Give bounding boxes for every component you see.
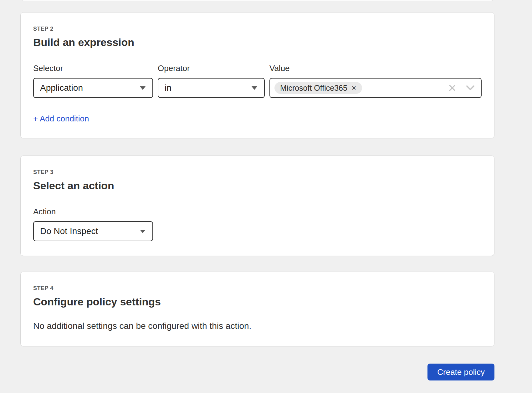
operator-field-group: Operator in: [158, 64, 265, 98]
step3-title: Select an action: [33, 179, 482, 192]
step4-title: Configure policy settings: [33, 295, 482, 309]
selector-dropdown[interactable]: Application: [33, 78, 153, 98]
value-tag: Microsoft Office365 ✕: [274, 82, 362, 94]
value-field-group: Value Microsoft Office365 ✕: [269, 64, 482, 98]
step4-label: STEP 4: [33, 285, 482, 292]
step2-card: STEP 2 Build an expression Selector Appl…: [20, 12, 494, 138]
operator-dropdown[interactable]: in: [158, 78, 265, 98]
action-dropdown[interactable]: Do Not Inspect: [33, 221, 153, 241]
action-field-group: Action Do Not Inspect: [33, 207, 153, 241]
action-fields-row: Action Do Not Inspect: [33, 207, 482, 241]
selector-field-group: Selector Application: [33, 64, 153, 98]
value-label: Value: [269, 64, 482, 73]
selector-label: Selector: [33, 64, 153, 73]
previous-card-bottom-edge: [20, 0, 494, 1]
expression-fields-row: Selector Application Operator in Value M…: [33, 64, 482, 98]
step3-card: STEP 3 Select an action Action Do Not In…: [20, 156, 494, 256]
step4-info-text: No additional settings can be configured…: [33, 320, 482, 332]
step2-label: STEP 2: [33, 25, 482, 32]
value-multiselect[interactable]: Microsoft Office365 ✕: [269, 78, 482, 98]
action-selected-value: Do Not Inspect: [40, 226, 98, 236]
policy-builder-content: STEP 2 Build an expression Selector Appl…: [20, 12, 494, 380]
chevron-down-icon: [140, 86, 146, 90]
operator-selected-value: in: [165, 83, 171, 93]
clear-all-icon[interactable]: [448, 84, 456, 92]
footer-actions: Create policy: [20, 364, 494, 380]
action-label: Action: [33, 207, 153, 216]
add-condition-link[interactable]: + Add condition: [33, 114, 89, 124]
step4-card: STEP 4 Configure policy settings No addi…: [20, 272, 494, 346]
step2-title: Build an expression: [33, 35, 482, 49]
chevron-down-icon[interactable]: [466, 85, 475, 91]
remove-tag-icon[interactable]: ✕: [351, 85, 356, 91]
create-policy-button[interactable]: Create policy: [427, 364, 494, 380]
chevron-down-icon: [140, 230, 146, 233]
selector-selected-value: Application: [40, 83, 83, 93]
value-tag-text: Microsoft Office365: [280, 84, 347, 93]
step3-label: STEP 3: [33, 169, 482, 176]
chevron-down-icon: [252, 86, 257, 90]
operator-label: Operator: [158, 64, 265, 73]
